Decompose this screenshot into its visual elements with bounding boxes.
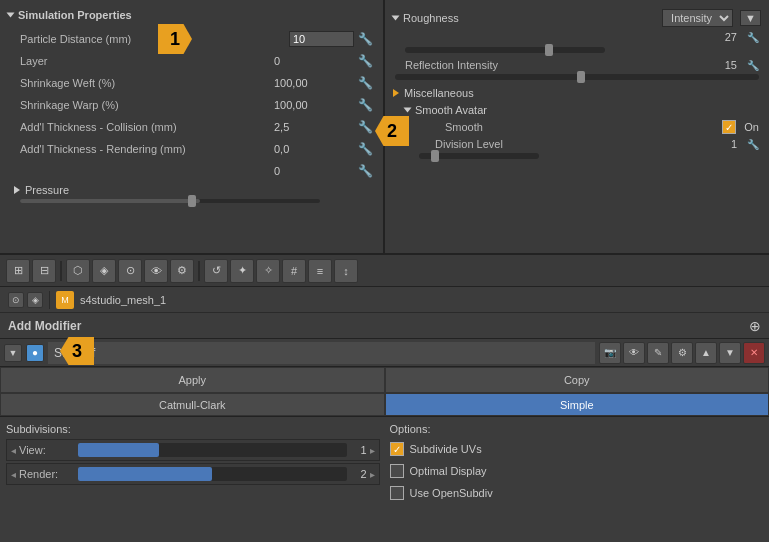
up-icon-btn[interactable]: ▲ <box>695 342 717 364</box>
render-slider[interactable] <box>78 467 347 481</box>
callout-3: 3 <box>60 337 94 365</box>
misc-expand-icon[interactable] <box>393 89 399 97</box>
options-col: Options: ✓ Subdivide UVs Optimal Display… <box>390 423 764 505</box>
thickness-collision-row: Add'l Thickness - Collision (mm) 2,5 🔧 <box>0 116 383 138</box>
toolbar: ⊞ ⊟ ⬡ ◈ ⊙ 👁 ⚙ ↺ ✦ ✧ # ≡ ↕ <box>0 255 769 287</box>
callout-1: 1 <box>158 24 192 54</box>
thickness-collision-label: Add'l Thickness - Collision (mm) <box>20 121 274 133</box>
particle-distance-label: Particle Distance (mm) <box>20 33 289 45</box>
breadcrumb-mesh-icon: M <box>56 291 74 309</box>
modifier-dropdown-icon[interactable]: ⊕ <box>749 318 761 334</box>
tool-btn-sphere[interactable]: ◈ <box>92 259 116 283</box>
smooth-expand-icon[interactable] <box>404 108 412 113</box>
apply-copy-row: Apply Copy <box>0 367 769 393</box>
shrinkage-warp-label: Shrinkage Warp (%) <box>20 99 274 111</box>
wrench-icon-6[interactable]: 🔧 <box>358 142 373 156</box>
tool-btn-star[interactable]: ✧ <box>256 259 280 283</box>
add-modifier-label: Add Modifier <box>8 319 81 333</box>
thickness-render-value: 0,0 <box>274 143 354 155</box>
pressure-label: Pressure <box>25 184 69 196</box>
down-icon-btn[interactable]: ▼ <box>719 342 741 364</box>
shrinkage-weft-row: Shrinkage Weft (%) 100,00 🔧 <box>0 72 383 94</box>
tool-btn-gear[interactable]: ⚙ <box>170 259 194 283</box>
wrench-icon-2[interactable]: 🔧 <box>358 54 373 68</box>
subsurf-icon-group: 📷 👁 ✎ ⚙ ▲ ▼ ✕ <box>599 342 765 364</box>
tool-btn-diamond[interactable]: ⬡ <box>66 259 90 283</box>
catmull-button[interactable]: Catmull-Clark <box>0 393 385 416</box>
subsurf-row: ▼ ● 📷 👁 ✎ ⚙ ▲ ▼ ✕ <box>0 339 769 367</box>
breadcrumb-text: s4studio_mesh_1 <box>80 294 166 306</box>
settings-icon-btn[interactable]: ⚙ <box>671 342 693 364</box>
modifier-header: Add Modifier ⊕ <box>0 313 769 339</box>
subdivide-uvs-label: Subdivide UVs <box>410 443 482 455</box>
subdivisions-col: Subdivisions: ◂ View: 1 ▸ ◂ Render: <box>6 423 380 505</box>
view-arrow-right[interactable]: ▸ <box>370 445 375 456</box>
use-opensubdiv-checkbox[interactable] <box>390 486 404 500</box>
division-slider[interactable] <box>419 153 539 159</box>
tool-btn-hash[interactable]: # <box>282 259 306 283</box>
breadcrumb-divider <box>49 291 50 309</box>
smooth-checkbox[interactable]: ✓ <box>722 120 736 134</box>
tool-btn-grid[interactable]: ⊞ <box>6 259 30 283</box>
subsurf-eye-btn[interactable]: ● <box>26 344 44 362</box>
breadcrumb-icon-1[interactable]: ⊙ <box>8 292 24 308</box>
roughness-slider-1[interactable] <box>405 47 605 53</box>
roughness-label: Roughness <box>403 12 459 24</box>
wrench-icon-7[interactable]: 🔧 <box>358 164 373 178</box>
wrench-icon-3[interactable]: 🔧 <box>358 76 373 90</box>
tool-btn-lines[interactable]: ≡ <box>308 259 332 283</box>
collapse-icon[interactable] <box>7 13 15 18</box>
options-title: Options: <box>390 423 764 435</box>
render-arrow-left[interactable]: ◂ <box>11 469 16 480</box>
particle-distance-input[interactable] <box>289 31 354 47</box>
roughness-expand-icon[interactable] <box>392 16 400 21</box>
shrinkage-weft-label: Shrinkage Weft (%) <box>20 77 274 89</box>
option-use-opensubdiv: Use OpenSubdiv <box>390 483 764 503</box>
extra-row: 0 🔧 <box>0 160 383 182</box>
thickness-render-label: Add'l Thickness - Rendering (mm) <box>20 143 274 155</box>
delete-icon-btn[interactable]: ✕ <box>743 342 765 364</box>
tool-btn-cursor[interactable]: ✦ <box>230 259 254 283</box>
thickness-collision-value: 2,5 <box>274 121 354 133</box>
smooth-value: On <box>744 121 759 133</box>
smooth-check-row: Smooth ✓ On <box>385 118 769 136</box>
render-icon-btn[interactable]: 👁 <box>623 342 645 364</box>
tool-btn-circle[interactable]: ⊙ <box>118 259 142 283</box>
apply-button[interactable]: Apply <box>0 367 385 393</box>
subsurf-name-input[interactable] <box>48 342 595 364</box>
bottom-section: ⊞ ⊟ ⬡ ◈ ⊙ 👁 ⚙ ↺ ✦ ✧ # ≡ ↕ ⊙ ◈ M <box>0 255 769 511</box>
tool-btn-updown[interactable]: ↕ <box>334 259 358 283</box>
tool-btn-arrow[interactable]: ↺ <box>204 259 228 283</box>
tool-btn-eye[interactable]: 👁 <box>144 259 168 283</box>
render-label: Render: <box>19 468 74 480</box>
breadcrumb-icon-2[interactable]: ◈ <box>27 292 43 308</box>
roughness-slider-2[interactable] <box>395 74 759 80</box>
dropdown-arrow[interactable]: ▼ <box>740 10 761 26</box>
edit-icon-btn[interactable]: ✎ <box>647 342 669 364</box>
wrench-icon-div[interactable]: 🔧 <box>747 139 759 150</box>
wrench-icon-r2[interactable]: 🔧 <box>747 60 759 71</box>
pressure-expand-icon[interactable] <box>14 186 20 194</box>
intensity-select[interactable]: Intensity <box>662 9 733 27</box>
render-arrow-right[interactable]: ▸ <box>370 469 375 480</box>
wrench-icon-1[interactable]: 🔧 <box>358 32 373 46</box>
render-row: ◂ Render: 2 ▸ <box>6 463 380 485</box>
view-slider[interactable] <box>78 443 347 457</box>
simple-button[interactable]: Simple <box>385 393 770 416</box>
shrinkage-weft-value: 100,00 <box>274 77 354 89</box>
wrench-icon-4[interactable]: 🔧 <box>358 98 373 112</box>
subdivide-uvs-checkbox[interactable]: ✓ <box>390 442 404 456</box>
copy-button[interactable]: Copy <box>385 367 770 393</box>
optimal-display-checkbox[interactable] <box>390 464 404 478</box>
division-label: Division Level <box>405 138 731 150</box>
subsurf-toggle[interactable]: ▼ <box>4 344 22 362</box>
layer-value: 0 <box>274 55 354 67</box>
camera-icon-btn[interactable]: 📷 <box>599 342 621 364</box>
wrench-icon-r1[interactable]: 🔧 <box>747 32 759 43</box>
view-value: 1 <box>351 444 367 456</box>
tool-btn-minus[interactable]: ⊟ <box>32 259 56 283</box>
wrench-icon-5[interactable]: 🔧 <box>358 120 373 134</box>
thickness-render-row: Add'l Thickness - Rendering (mm) 0,0 🔧 <box>0 138 383 160</box>
pressure-slider[interactable] <box>20 199 320 203</box>
view-arrow-left[interactable]: ◂ <box>11 445 16 456</box>
